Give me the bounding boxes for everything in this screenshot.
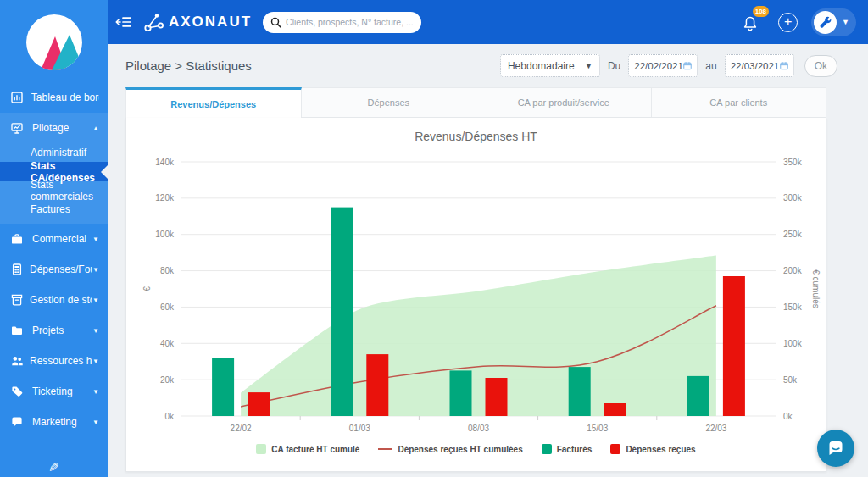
chart-area-ca-cumule xyxy=(241,256,716,416)
sidebar-item-commercial[interactable]: Commercial▼ xyxy=(0,224,108,254)
chat-widget-button[interactable] xyxy=(817,430,854,467)
date-to-input[interactable] xyxy=(731,61,780,71)
sidebar-item-stats-commerciales[interactable]: Stats commerciales xyxy=(0,181,108,200)
legend-item-depenses-recues[interactable]: Dépenses reçues xyxy=(610,444,695,454)
sidebar-item-ticketing[interactable]: Ticketing▼ xyxy=(0,376,108,407)
ok-button[interactable]: Ok xyxy=(804,55,837,77)
calendar-icon[interactable] xyxy=(683,60,692,71)
sidebar-item-label: Projets xyxy=(32,324,64,336)
legend-item-depenses-recues-ht-cumulees[interactable]: Dépenses reçues HT cumulées xyxy=(378,445,522,454)
date-to-field xyxy=(725,54,794,77)
rh-icon xyxy=(11,355,23,367)
company-logo[interactable] xyxy=(26,14,82,70)
stats-tabs: Revenus/DépensesDépensesCA par produit/s… xyxy=(125,87,826,118)
logo-triangles-icon xyxy=(26,14,82,70)
sidebar-item-label: Stats commerciales xyxy=(31,179,108,202)
chart-bar-depenses-recues xyxy=(366,354,388,416)
chevron-down-icon: ▼ xyxy=(92,327,99,335)
chart-card: Revenus/Dépenses HT 0k0k20k50k40k100k60k… xyxy=(125,118,826,472)
collapse-sidebar-icon[interactable] xyxy=(115,15,131,29)
depenses-icon xyxy=(11,263,23,275)
chart-axis-label: 250k xyxy=(783,230,803,239)
period-select-value: Hebdomadaire xyxy=(508,60,575,72)
sidebar-item-projets[interactable]: Projets▼ xyxy=(0,315,108,346)
active-item-notch xyxy=(101,165,108,179)
brand-name[interactable]: AXONAUT xyxy=(169,14,252,31)
tab-ca-par-produit-service[interactable]: CA par produit/service xyxy=(476,87,652,118)
chevron-down-icon: ▼ xyxy=(92,236,99,243)
legend-item-ca-facture-ht-cumule[interactable]: CA facturé HT cumulé xyxy=(256,444,359,454)
legend-label: CA facturé HT cumulé xyxy=(271,445,359,454)
quick-add-button[interactable]: + xyxy=(778,13,798,32)
chat-bubble-icon xyxy=(826,439,845,458)
chart-bar-depenses-recues xyxy=(723,276,745,416)
legend-swatch xyxy=(542,444,552,454)
dashboard-icon xyxy=(11,92,23,103)
calendar-icon[interactable] xyxy=(780,60,788,71)
sidebar-item-label: Gestion de stock xyxy=(30,294,92,306)
sidebar-item-label: Commercial xyxy=(32,233,86,245)
tab-revenus-depenses[interactable]: Revenus/Dépenses xyxy=(125,87,302,118)
chart-axis-label: 300k xyxy=(783,193,803,202)
notifications-button[interactable]: 108 xyxy=(741,9,763,35)
chart-axis-label: 200k xyxy=(783,266,803,275)
notification-count-badge: 108 xyxy=(753,6,769,17)
chevron-up-icon: ▲ xyxy=(92,125,99,132)
sidebar-item-pilotage[interactable]: Pilotage▲ xyxy=(0,113,108,143)
user-menu[interactable]: ▼ xyxy=(811,8,856,36)
sidebar-item-label: Ressources hum. xyxy=(30,355,92,367)
chart-axis-label: 15/03 xyxy=(587,424,608,433)
sidebar-item-label: Administratif xyxy=(31,147,86,158)
search-input[interactable] xyxy=(286,17,413,27)
edit-pencil-icon[interactable]: ✎ xyxy=(0,460,108,475)
date-to-label: au xyxy=(705,60,716,72)
period-select[interactable]: Hebdomadaire ▼ xyxy=(500,54,600,77)
chart-axis-label: 40k xyxy=(160,339,175,348)
chart-axis-label: 22/02 xyxy=(231,424,252,433)
chart-bar-depenses-recues xyxy=(604,403,626,416)
period-controls: Hebdomadaire ▼ Du au Ok xyxy=(500,54,837,77)
chevron-down-icon: ▼ xyxy=(92,419,99,426)
legend-line-swatch xyxy=(378,448,392,450)
tab-depenses[interactable]: Dépenses xyxy=(302,87,477,118)
sidebar-item-gestion-de-stock[interactable]: Gestion de stock▼ xyxy=(0,285,108,315)
sidebar-item-tableau-de-bord[interactable]: Tableau de bord xyxy=(0,82,108,113)
commercial-icon xyxy=(11,233,23,245)
sidebar-item-factures[interactable]: Factures xyxy=(0,200,108,219)
chart-axis-label: € cumulés xyxy=(811,269,821,308)
legend-label: Facturés xyxy=(557,445,593,454)
date-from-input[interactable] xyxy=(634,61,683,71)
chart-bar-factures xyxy=(687,376,709,416)
chart-axis-label: 60k xyxy=(160,302,175,312)
stock-icon xyxy=(11,294,23,306)
axonaut-logo-icon[interactable] xyxy=(142,11,164,33)
sidebar-item-label: Ticketing xyxy=(32,385,73,397)
chart-axis-label: 0k xyxy=(783,412,793,421)
sidebar-group-pilotage: Pilotage▲AdministratifStats CA/dépensesS… xyxy=(0,113,108,224)
chart-axis-label: 01/03 xyxy=(349,424,370,433)
sidebar-item-marketing[interactable]: Marketing▼ xyxy=(0,407,108,437)
chart-axis-label: 80k xyxy=(160,266,175,275)
chevron-down-icon: ▼ xyxy=(92,388,99,396)
chart-bar-depenses-recues xyxy=(486,378,508,416)
chart-axis-label: € xyxy=(142,286,152,291)
topbar-actions: 108 + ▼ xyxy=(741,8,868,36)
tab-ca-par-clients[interactable]: CA par clients xyxy=(652,87,827,118)
legend-item-factures[interactable]: Facturés xyxy=(542,444,593,454)
search-icon xyxy=(270,17,281,28)
revenue-expenses-chart: 0k0k20k50k40k100k60k150k80k200k100k250k1… xyxy=(130,150,825,442)
sidebar-item-label: Factures xyxy=(31,203,70,215)
sidebar-item-ressources-hum[interactable]: Ressources hum.▼ xyxy=(0,346,108,376)
chart-bar-factures xyxy=(569,367,591,416)
sidebar-nav: Tableau de bord Pilotage▲AdministratifSt… xyxy=(0,82,108,437)
chart-bar-factures xyxy=(450,370,472,416)
sidebar-item-depenses-fourn[interactable]: Dépenses/Fourn.▼ xyxy=(0,254,108,285)
date-from-label: Du xyxy=(608,60,620,72)
main-content: Pilotage > Statistiques Hebdomadaire ▼ D… xyxy=(108,44,868,477)
breadcrumb: Pilotage > Statistiques xyxy=(125,58,252,73)
chart-axis-label: 08/03 xyxy=(468,424,489,433)
marketing-icon xyxy=(11,416,23,428)
global-search xyxy=(263,12,421,33)
sidebar-item-label: Tableau de bord xyxy=(31,92,99,103)
chevron-down-icon: ▼ xyxy=(92,297,99,304)
